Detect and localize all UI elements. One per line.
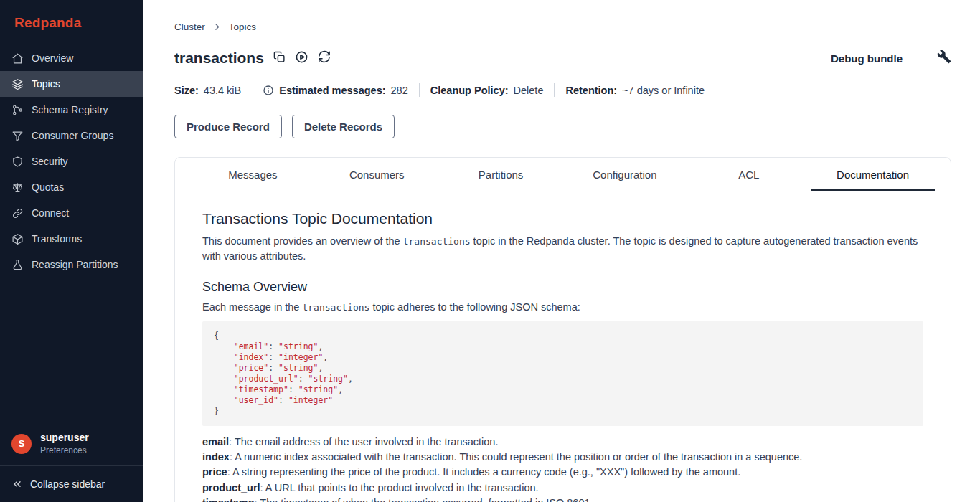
preview-topic-button[interactable] bbox=[295, 50, 308, 67]
debug-bundle-link[interactable]: Debug bundle bbox=[831, 52, 903, 65]
field-desc: : A numeric index associated with the tr… bbox=[230, 451, 803, 463]
topics-icon bbox=[11, 78, 24, 90]
produce-record-button[interactable]: Produce Record bbox=[174, 115, 282, 138]
field-name: email bbox=[202, 436, 229, 447]
field-index: index: A numeric index associated with t… bbox=[202, 450, 923, 465]
sidebar-item-label: Security bbox=[32, 156, 68, 167]
sidebar-item-label: Connect bbox=[32, 207, 69, 219]
schema-intro: Each message in the transactions topic a… bbox=[202, 300, 923, 315]
text-run: topic adheres to the following JSON sche… bbox=[369, 301, 580, 313]
tab-configuration[interactable]: Configuration bbox=[562, 158, 687, 191]
field-desc: : The email address of the user involved… bbox=[229, 436, 498, 447]
connect-icon bbox=[11, 207, 24, 219]
tab-consumers[interactable]: Consumers bbox=[315, 158, 439, 191]
page-title: transactions bbox=[174, 49, 264, 67]
breadcrumb-item-cluster[interactable]: Cluster bbox=[174, 22, 205, 32]
field-price: price: A string representing the price o… bbox=[202, 465, 923, 480]
stat-label: Estimated messages: bbox=[279, 85, 385, 96]
schema-code-block: { "email": "string", "index": "integer",… bbox=[202, 321, 923, 426]
code-line: "email": "string", bbox=[214, 341, 912, 352]
breadcrumb-item-topics[interactable]: Topics bbox=[229, 22, 256, 32]
field-timestamp: timestamp: The timestamp of when the tra… bbox=[202, 496, 923, 502]
tab-bar: MessagesConsumersPartitionsConfiguration… bbox=[175, 158, 951, 191]
main-content: ClusterTopics transactions bbox=[143, 0, 980, 502]
transforms-icon bbox=[11, 233, 24, 245]
sidebar-item-security[interactable]: Security bbox=[0, 148, 143, 174]
sidebar-nav: OverviewTopicsSchema RegistryConsumer Gr… bbox=[0, 45, 143, 278]
stat-cleanup-policy: Cleanup Policy:Delete bbox=[420, 85, 555, 96]
field-product-url: product_url: A URL that points to the pr… bbox=[202, 480, 923, 496]
delete-records-button[interactable]: Delete Records bbox=[292, 115, 395, 138]
inline-code: transactions bbox=[302, 302, 369, 313]
doc-title: Transactions Topic Documentation bbox=[202, 210, 923, 227]
sidebar-item-reassign-partitions[interactable]: Reassign Partitions bbox=[0, 252, 143, 278]
schema-heading: Schema Overview bbox=[202, 280, 923, 295]
breadcrumb: ClusterTopics bbox=[174, 22, 951, 32]
stats-row: Size:43.4 kiBEstimated messages:282Clean… bbox=[174, 83, 951, 97]
stat-value: ~7 days or Infinite bbox=[622, 85, 705, 96]
sidebar-item-consumer-groups[interactable]: Consumer Groups bbox=[0, 123, 143, 148]
sidebar-item-transforms[interactable]: Transforms bbox=[0, 226, 143, 252]
sidebar-item-label: Schema Registry bbox=[32, 104, 108, 115]
stat-label: Cleanup Policy: bbox=[430, 85, 509, 96]
sidebar-item-label: Quotas bbox=[32, 181, 64, 193]
text-run: Each message in the bbox=[202, 301, 302, 313]
user-name: superuser bbox=[40, 432, 89, 443]
copy-topic-name-button[interactable] bbox=[273, 51, 286, 66]
tab-partitions[interactable]: Partitions bbox=[439, 158, 563, 191]
sidebar-item-overview[interactable]: Overview bbox=[0, 45, 143, 71]
consumer-groups-icon bbox=[11, 130, 24, 142]
tab-messages[interactable]: Messages bbox=[191, 158, 315, 191]
refresh-topic-button[interactable] bbox=[318, 50, 331, 66]
refresh-icon bbox=[318, 50, 331, 66]
code-line: "index": "integer", bbox=[214, 352, 912, 363]
sidebar-item-quotas[interactable]: Quotas bbox=[0, 174, 143, 200]
page-header: transactions Debug bbox=[174, 49, 951, 67]
wrench-icon bbox=[937, 49, 951, 67]
sidebar-item-label: Overview bbox=[32, 52, 73, 64]
quotas-icon bbox=[11, 181, 24, 194]
field-name: product_url bbox=[202, 482, 260, 493]
collapse-sidebar-button[interactable]: Collapse sidebar bbox=[0, 466, 143, 502]
schema-registry-icon bbox=[11, 104, 24, 116]
reassign-partitions-icon bbox=[11, 259, 24, 271]
code-line: { bbox=[214, 331, 912, 341]
topic-detail-card: MessagesConsumersPartitionsConfiguration… bbox=[174, 157, 951, 502]
code-line: "product_url": "string", bbox=[214, 374, 912, 384]
field-desc: : The timestamp of when the transaction … bbox=[255, 497, 593, 502]
stat-estimated-messages: Estimated messages:282 bbox=[252, 85, 419, 96]
sidebar-item-schema-registry[interactable]: Schema Registry bbox=[0, 97, 143, 123]
redpanda-logo[interactable]: Redpanda bbox=[0, 0, 143, 42]
stat-value: 282 bbox=[391, 85, 408, 96]
sidebar-item-label: Topics bbox=[32, 78, 60, 90]
tab-documentation[interactable]: Documentation bbox=[811, 158, 935, 191]
field-desc: : A string representing the price of the… bbox=[227, 466, 741, 478]
home-icon bbox=[11, 52, 24, 65]
sidebar-item-connect[interactable]: Connect bbox=[0, 200, 143, 226]
tab-acl[interactable]: ACL bbox=[687, 158, 811, 191]
sidebar-item-label: Reassign Partitions bbox=[32, 259, 118, 270]
code-line: "timestamp": "string", bbox=[214, 384, 912, 395]
sidebar-item-topics[interactable]: Topics bbox=[0, 71, 143, 97]
sidebar-item-label: Transforms bbox=[32, 233, 82, 245]
user-menu[interactable]: S superuser Preferences bbox=[0, 422, 143, 465]
sidebar-item-label: Consumer Groups bbox=[32, 130, 113, 141]
app-root: Redpanda OverviewTopicsSchema RegistryCo… bbox=[0, 0, 980, 502]
avatar[interactable]: S bbox=[11, 434, 32, 454]
stat-retention: Retention:~7 days or Infinite bbox=[555, 85, 715, 96]
collapse-sidebar-label: Collapse sidebar bbox=[30, 478, 105, 490]
tools-menu-button[interactable] bbox=[937, 49, 951, 67]
inline-code: transactions bbox=[403, 236, 471, 247]
code-line: } bbox=[214, 406, 912, 417]
stat-value: Delete bbox=[514, 85, 544, 96]
copy-icon bbox=[273, 51, 286, 66]
info-icon[interactable] bbox=[263, 85, 274, 96]
code-line: "user_id": "integer" bbox=[214, 395, 912, 406]
sidebar-bottom: S superuser Preferences Collapse sidebar bbox=[0, 422, 143, 502]
preferences-link[interactable]: Preferences bbox=[40, 445, 89, 455]
field-definitions: email: The email address of the user inv… bbox=[202, 435, 923, 502]
doc-intro: This document provides an overview of th… bbox=[202, 234, 923, 264]
stat-value: 43.4 kiB bbox=[204, 85, 241, 96]
shield-icon bbox=[11, 156, 24, 168]
field-email: email: The email address of the user inv… bbox=[202, 435, 923, 450]
